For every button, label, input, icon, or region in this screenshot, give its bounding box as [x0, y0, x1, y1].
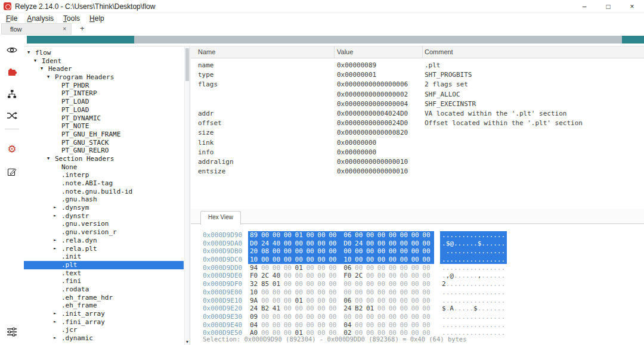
scrollbar-down-icon[interactable]: ▼ — [185, 340, 190, 344]
menu-analysis[interactable]: Analysis — [22, 14, 58, 23]
hex-row[interactable]: 0x000D9D90890000000100000006000000000000… — [191, 231, 644, 240]
tree-item-.plt[interactable]: .plt — [24, 261, 184, 269]
property-row[interactable]: offset0x00000000000024D0Offset located w… — [191, 119, 644, 128]
expand-icon[interactable]: ► — [54, 204, 56, 212]
column-separator[interactable] — [422, 46, 423, 58]
tree-item-PT_DYNAMIC[interactable]: PT_DYNAMIC — [24, 114, 184, 123]
hex-row[interactable]: 0x000D9E40040000000000000004000000000000… — [191, 321, 644, 330]
column-comment[interactable]: Comment — [425, 48, 453, 55]
tree-item-.interp[interactable]: .interp — [24, 171, 184, 179]
column-name[interactable]: Name — [198, 48, 215, 55]
maximize-button[interactable]: □ — [596, 0, 620, 13]
tree-item-flow[interactable]: ▼flow — [24, 49, 184, 57]
menu-tools[interactable]: Tools — [58, 14, 85, 23]
structure-view-button[interactable] — [0, 86, 24, 102]
hex-row[interactable]: 0x000D9DB0200800000000000000000000000000… — [191, 247, 644, 256]
tab-flow[interactable]: flow × — [1, 23, 72, 35]
hex-row[interactable]: 0x000D9E30090000000000000000000000000000… — [191, 313, 644, 321]
tree-item-.jcr[interactable]: .jcr — [24, 326, 184, 334]
scrollbar-thumb[interactable] — [185, 48, 189, 81]
property-row[interactable]: type0x00000001SHT_PROGBITS — [191, 70, 644, 80]
tree-item-Header[interactable]: ▼Header — [24, 65, 184, 73]
tree-item-PT_INTERP[interactable]: PT_INTERP — [24, 89, 184, 98]
expand-icon[interactable]: ► — [54, 245, 56, 253]
expand-icon[interactable]: ► — [54, 237, 56, 245]
property-row[interactable]: info0x00000000 — [191, 148, 644, 157]
menu-file[interactable]: File — [1, 14, 22, 23]
tree-item-.dynsym[interactable]: ►.dynsym — [24, 204, 184, 212]
hex-row[interactable]: 0x000D9DA0D024400000000000D0240000000000… — [191, 240, 644, 248]
expand-icon[interactable]: ► — [54, 212, 56, 220]
property-row[interactable]: 0x0000000000000002SHF_ALLOC — [191, 90, 644, 100]
expand-icon[interactable]: ► — [54, 318, 56, 327]
tree-item-.dynstr[interactable]: ►.dynstr — [24, 212, 184, 220]
collapse-icon[interactable]: ▼ — [47, 73, 49, 82]
tree-item-.dynamic[interactable]: ►.dynamic — [24, 334, 184, 343]
tree-item-.rela.dyn[interactable]: ►.rela.dyn — [24, 237, 184, 245]
edit-button[interactable] — [0, 163, 24, 180]
tree-item-.gnu.version[interactable]: .gnu.version — [24, 220, 184, 228]
flow-view-button[interactable] — [0, 107, 24, 124]
expand-icon[interactable]: ► — [54, 310, 56, 318]
hex-row[interactable]: 0x000D9E109A0000000100000006000000000000… — [191, 297, 644, 305]
overview-view-button[interactable] — [0, 42, 24, 58]
collapse-icon[interactable]: ▼ — [41, 65, 43, 73]
column-value[interactable]: Value — [337, 48, 353, 55]
tree-item-Program Headers[interactable]: ▼Program Headers — [24, 73, 184, 82]
ascii-char: . — [485, 240, 490, 247]
library-button[interactable]: ⚙ — [0, 141, 24, 157]
property-row[interactable]: size0x0000000000000820 — [191, 128, 644, 138]
collapse-icon[interactable]: ▼ — [27, 49, 30, 57]
collapse-icon[interactable]: ▼ — [47, 155, 49, 163]
property-row[interactable]: link0x00000000 — [191, 138, 644, 148]
minimize-button[interactable]: – — [572, 0, 596, 13]
tree-item-.eh_frame[interactable]: .eh_frame — [24, 302, 184, 310]
property-row[interactable]: flags0x00000000000000062 flags set — [191, 80, 644, 89]
tree-item-.fini_array[interactable]: ►.fini_array — [24, 318, 184, 327]
tree-item-.text[interactable]: .text — [24, 269, 184, 278]
tree-item-.note.ABI-tag[interactable]: .note.ABI-tag — [24, 179, 184, 188]
hex-row[interactable]: 0x000D9DE0F02C400000000000F02C0000000000… — [191, 272, 644, 280]
tree-item-.rela.plt[interactable]: ►.rela.plt — [24, 245, 184, 253]
tree-item-PT_NOTE[interactable]: PT_NOTE — [24, 122, 184, 130]
menu-help[interactable]: Help — [85, 14, 109, 23]
tree-item-.fini[interactable]: .fini — [24, 277, 184, 285]
collapse-icon[interactable]: ▼ — [34, 57, 36, 66]
property-row[interactable]: name0x00000089.plt — [191, 61, 644, 70]
hex-row[interactable]: 0x000D9DD0940000000100000006000000000000… — [191, 264, 644, 272]
property-row[interactable]: addr0x00000000004024D0VA located within … — [191, 109, 644, 119]
property-row[interactable]: 0x0000000000000004SHF_EXECINSTR — [191, 100, 644, 109]
new-tab-button[interactable]: + — [78, 24, 87, 33]
column-separator[interactable] — [334, 46, 335, 58]
settings-button[interactable] — [0, 324, 24, 340]
tree-item-.eh_frame_hdr[interactable]: .eh_frame_hdr — [24, 294, 184, 302]
tab-hex-view[interactable]: Hex View — [200, 211, 241, 225]
tree-item-PT_LOAD[interactable]: PT_LOAD — [24, 98, 184, 106]
tree-item-.rodata[interactable]: .rodata — [24, 285, 184, 294]
hex-row[interactable]: 0x000D9DC0100000000000000010000000000000… — [191, 256, 644, 264]
tree-item-PT_LOAD[interactable]: PT_LOAD — [24, 106, 184, 114]
tree-item-Ident[interactable]: ▼Ident — [24, 57, 184, 66]
tree-scrollbar[interactable]: ▼ — [184, 46, 190, 345]
tree-item-Section Headers[interactable]: ▼Section Headers — [24, 155, 184, 163]
tree-item-PT_GNU_RELRO[interactable]: PT_GNU_RELRO — [24, 147, 184, 155]
property-row[interactable]: addralign0x0000000000000010 — [191, 157, 644, 167]
close-button[interactable]: × — [620, 0, 644, 13]
tab-close-icon[interactable]: × — [63, 26, 66, 32]
tree-item-PT_GNU_STACK[interactable]: PT_GNU_STACK — [24, 139, 184, 147]
tree-item-.init_array[interactable]: ►.init_array — [24, 310, 184, 318]
hex-row[interactable]: 0x000D9E2024B241000000000024B20100000000… — [191, 304, 644, 313]
tree-item-None[interactable]: None — [24, 163, 184, 172]
tree-item-PT_GNU_EH_FRAME[interactable]: PT_GNU_EH_FRAME — [24, 130, 184, 139]
tree-item-.gnu.version_r[interactable]: .gnu.version_r — [24, 228, 184, 237]
hex-row[interactable]: 0x000D9DF0328501000000000000000000000000… — [191, 280, 644, 288]
tree-item-.note.gnu.build-id[interactable]: .note.gnu.build-id — [24, 188, 184, 196]
hex-row[interactable]: 0x000D9E00100000000000000000000000000000… — [191, 288, 644, 297]
tree-item-.init[interactable]: .init — [24, 253, 184, 261]
tree-item-PT_PHDR[interactable]: PT_PHDR — [24, 82, 184, 90]
tree-item-.gnu.hash[interactable]: .gnu.hash — [24, 195, 184, 204]
expand-icon[interactable]: ► — [54, 334, 56, 343]
plugins-button[interactable] — [0, 63, 24, 80]
property-row[interactable]: entsize0x0000000000000010 — [191, 167, 644, 176]
overview-bar[interactable] — [27, 36, 644, 43]
